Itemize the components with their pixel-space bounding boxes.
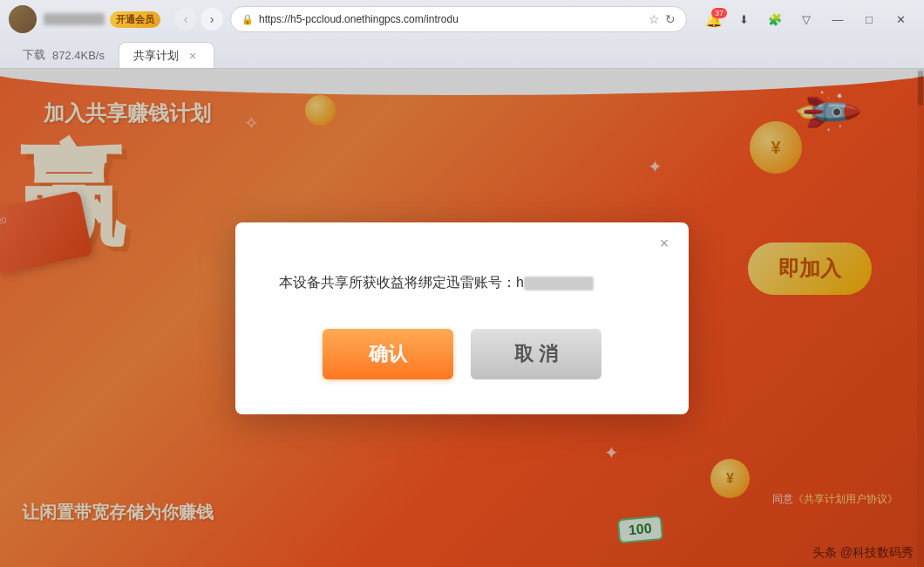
dialog-account-blur bbox=[524, 277, 594, 290]
cancel-button[interactable]: 取 消 bbox=[471, 329, 601, 379]
minimize-button[interactable]: — bbox=[823, 8, 853, 31]
dialog-message-text: 本设备共享所获收益将绑定迅雷账号： bbox=[279, 275, 516, 290]
maximize-button[interactable]: □ bbox=[854, 8, 884, 31]
address-bar[interactable]: 🔒 https://h5-pccloud.onethingpcs.com/int… bbox=[230, 6, 687, 32]
nav-buttons: ‹ › bbox=[174, 8, 223, 31]
tab-close-icon[interactable]: × bbox=[186, 49, 200, 63]
dialog-message: 本设备共享所获收益将绑定迅雷账号：h bbox=[279, 271, 645, 294]
content-area: 加入共享赚钱计划 赢 让闲置带宽存储为你赚钱 即加入 同意《共享计划用户协议》 … bbox=[0, 69, 924, 567]
dialog: × 本设备共享所获收益将绑定迅雷账号：h 确认 取 消 bbox=[235, 222, 689, 414]
confirm-button[interactable]: 确认 bbox=[323, 329, 453, 379]
forward-button[interactable]: › bbox=[200, 8, 223, 31]
tabs-bar: 下载 872.4KB/s 共享计划 × bbox=[0, 38, 924, 68]
tab-share-label: 共享计划 bbox=[133, 48, 179, 64]
dialog-body: 本设备共享所获收益将绑定迅雷账号：h 确认 取 消 bbox=[235, 254, 689, 414]
dialog-overlay: × 本设备共享所获收益将绑定迅雷账号：h 确认 取 消 bbox=[0, 69, 924, 567]
title-bar: 开通会员 ‹ › 🔒 https://h5-pccloud.onethingpc… bbox=[0, 0, 924, 38]
dialog-close-button[interactable]: × bbox=[654, 233, 675, 254]
back-button[interactable]: ‹ bbox=[174, 8, 197, 31]
url-text: https://h5-pccloud.onethingpcs.com/intro… bbox=[259, 13, 643, 25]
vip-badge[interactable]: 开通会员 bbox=[110, 11, 160, 28]
browser-chrome: 开通会员 ‹ › 🔒 https://h5-pccloud.onethingpc… bbox=[0, 0, 924, 69]
puzzle-button[interactable]: 🧩 bbox=[760, 8, 790, 31]
star-icon[interactable]: ☆ bbox=[649, 12, 660, 26]
lock-icon: 🔒 bbox=[241, 14, 254, 25]
tab-download-label: 下载 bbox=[23, 47, 45, 63]
tab-share-plan[interactable]: 共享计划 × bbox=[119, 42, 214, 68]
dialog-account-prefix: h bbox=[516, 275, 524, 290]
close-window-button[interactable]: ✕ bbox=[886, 8, 915, 31]
username-blur bbox=[44, 13, 105, 25]
notification-button[interactable]: 🔔 37 bbox=[701, 8, 727, 31]
dialog-buttons: 确认 取 消 bbox=[279, 329, 645, 379]
tab-download-speed: 872.4KB/s bbox=[52, 49, 105, 62]
refresh-icon[interactable]: ↻ bbox=[665, 12, 676, 26]
menu-button[interactable]: ▽ bbox=[792, 8, 821, 31]
download-manager-button[interactable]: ⬇ bbox=[729, 8, 758, 31]
window-controls: 🔔 37 ⬇ 🧩 ▽ — □ ✕ bbox=[701, 8, 915, 31]
notification-badge: 37 bbox=[711, 8, 727, 18]
tab-download[interactable]: 下载 872.4KB/s bbox=[9, 42, 119, 68]
avatar[interactable] bbox=[9, 5, 37, 33]
username-area: 开通会员 bbox=[44, 11, 160, 28]
dialog-header: × bbox=[235, 222, 689, 254]
